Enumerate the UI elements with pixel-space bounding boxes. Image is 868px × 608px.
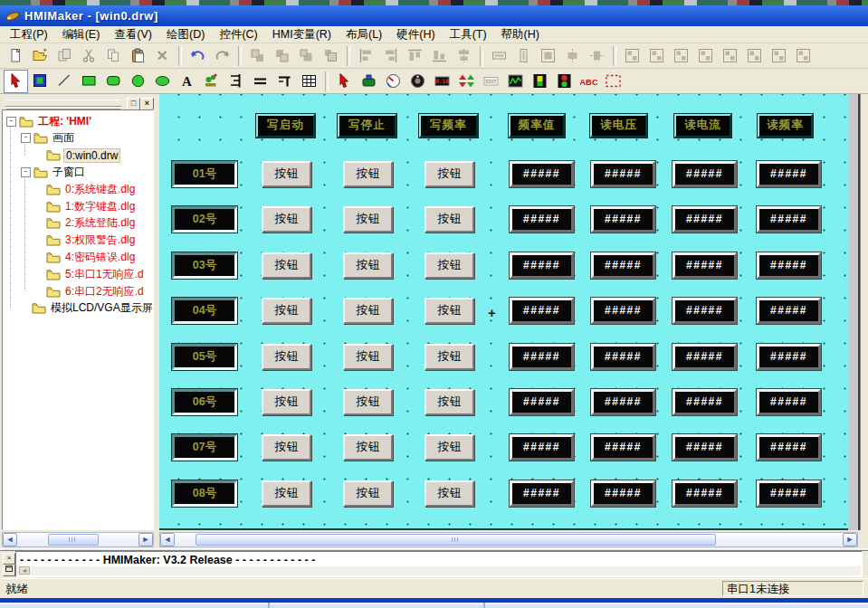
edit-box-tool-button[interactable]: EDIT: [479, 70, 503, 93]
canvas-value-display-r2-c2[interactable]: #####: [591, 206, 655, 233]
box-align-1-button[interactable]: [620, 44, 644, 68]
row-label-display-5[interactable]: 05号: [172, 344, 237, 370]
box-align-7-button[interactable]: [767, 44, 791, 68]
box-align-6-button[interactable]: [742, 44, 767, 68]
canvas-button-r7-c3[interactable]: 按钮: [424, 434, 474, 461]
output-dock-button[interactable]: [3, 565, 15, 576]
output-scrollbar[interactable]: ◄: [17, 566, 861, 575]
scroll-right-button[interactable]: ►: [138, 533, 153, 546]
double-line-tool-button[interactable]: [248, 70, 272, 93]
align-center-button[interactable]: [452, 44, 476, 68]
same-size-button[interactable]: [536, 44, 560, 68]
canvas-value-display-r3-c1[interactable]: #####: [510, 252, 574, 279]
box-align-3-button[interactable]: [669, 44, 693, 68]
canvas-value-display-r4-c2[interactable]: #####: [591, 298, 655, 324]
output-close-button[interactable]: ×: [3, 553, 15, 565]
polyline-tool-button[interactable]: [272, 70, 297, 93]
select-tool-button[interactable]: [4, 70, 28, 93]
string-display-tool-button[interactable]: ABC: [577, 70, 601, 93]
canvas-value-display-r1-c3[interactable]: #####: [672, 161, 737, 187]
row-label-display-6[interactable]: 06号: [172, 389, 237, 415]
canvas-value-display-r1-c1[interactable]: #####: [510, 161, 574, 187]
output-log[interactable]: - - - - - - - - - - - - HMIMaker: V3.2 R…: [15, 551, 863, 577]
menu-item-help[interactable]: 帮助(H): [494, 25, 547, 44]
canvas-button-r3-c2[interactable]: 按钮: [343, 252, 393, 279]
rectangle-tool-button[interactable]: [77, 70, 101, 93]
collapse-expander-icon[interactable]: -: [6, 117, 16, 127]
tree-horizontal-scrollbar[interactable]: ◄ ►: [2, 532, 154, 547]
bring-to-front-button[interactable]: [245, 44, 270, 68]
canvas-button-r3-c3[interactable]: 按钮: [424, 252, 474, 279]
scroll-left-button[interactable]: ◄: [160, 533, 175, 546]
canvas-value-display-r8-c2[interactable]: #####: [591, 480, 655, 507]
design-canvas[interactable]: 写启动写停止写频率频率值读电压读电流读频率01号按钮按钮按钮##########…: [159, 94, 848, 530]
send-backward-button[interactable]: [319, 44, 343, 68]
paste-button[interactable]: [126, 44, 150, 68]
canvas-value-display-r3-c4[interactable]: #####: [757, 252, 821, 279]
same-width-button[interactable]: [487, 44, 511, 68]
canvas-button-r2-c2[interactable]: 按钮: [343, 206, 393, 233]
table-tool-button[interactable]: [297, 70, 321, 93]
canvas-value-display-r4-c1[interactable]: #####: [510, 298, 574, 324]
copy-button[interactable]: [101, 44, 126, 68]
tree-item-dlg2[interactable]: 2:系统登陆.dlg: [35, 215, 137, 232]
canvas-value-display-r6-c4[interactable]: #####: [757, 389, 821, 415]
canvas-value-display-r6-c3[interactable]: #####: [672, 389, 737, 415]
digital-display-tool-button[interactable]: 0.10: [430, 70, 454, 93]
menu-item-edit[interactable]: 编辑(E): [55, 25, 108, 44]
canvas-button-r5-c1[interactable]: 按钮: [262, 344, 311, 370]
tree-item-project-root[interactable]: -工程: 'HMI': [6, 113, 93, 129]
canvas-value-display-r7-c1[interactable]: #####: [510, 434, 574, 461]
text-tool-button[interactable]: A: [175, 70, 199, 93]
canvas-value-display-r7-c2[interactable]: #####: [591, 434, 655, 461]
canvas-value-display-r7-c3[interactable]: #####: [672, 434, 737, 461]
tree-item-dlg6[interactable]: 6:串口2无响应.d: [35, 283, 146, 299]
column-header-display-2[interactable]: 写停止: [338, 114, 396, 138]
align-left-button[interactable]: [354, 44, 378, 68]
open-file-button[interactable]: [28, 44, 52, 68]
canvas-button-r7-c1[interactable]: 按钮: [262, 434, 311, 461]
canvas-button-r2-c1[interactable]: 按钮: [262, 206, 311, 233]
redo-button[interactable]: [210, 44, 234, 68]
canvas-value-display-r2-c1[interactable]: #####: [510, 206, 574, 233]
bring-forward-button[interactable]: [294, 44, 319, 68]
tree-item-dlg1[interactable]: 1:数字键盘.dlg: [35, 198, 137, 214]
line-tool-button[interactable]: [52, 70, 77, 93]
canvas-value-display-r6-c1[interactable]: #####: [510, 389, 574, 415]
cut-button[interactable]: [77, 44, 101, 68]
canvas-value-display-r4-c3[interactable]: #####: [672, 298, 737, 324]
canvas-button-r7-c2[interactable]: 按钮: [343, 434, 393, 461]
meter-control-tool-button[interactable]: [381, 70, 405, 93]
canvas-value-display-r5-c1[interactable]: #####: [510, 344, 574, 370]
menu-item-project[interactable]: 工程(P): [3, 25, 55, 44]
menu-item-draw[interactable]: 绘图(D): [159, 25, 212, 44]
canvas-button-r8-c2[interactable]: 按钮: [343, 480, 393, 507]
control-select-tool-button[interactable]: [332, 70, 357, 93]
circle-tool-button[interactable]: [126, 70, 150, 93]
canvas-value-display-r4-c4[interactable]: #####: [757, 298, 821, 324]
canvas-value-display-r6-c2[interactable]: #####: [591, 389, 655, 415]
button-control-tool-button[interactable]: [357, 70, 381, 93]
box-align-8-button[interactable]: [791, 44, 816, 68]
canvas-value-display-r2-c4[interactable]: #####: [757, 206, 821, 233]
fill-tool-button[interactable]: [28, 70, 52, 93]
center-vertical-button[interactable]: [585, 44, 609, 68]
canvas-button-r5-c2[interactable]: 按钮: [343, 344, 393, 370]
knob-control-tool-button[interactable]: [405, 70, 430, 93]
column-header-display-3[interactable]: 写频率: [419, 114, 478, 138]
rounded-rectangle-tool-button[interactable]: [101, 70, 126, 93]
tree-item-dlg0[interactable]: 0:系统键盘.dlg: [35, 181, 137, 197]
tree-item-subwindows[interactable]: -子窗口: [21, 164, 87, 180]
same-height-button[interactable]: [511, 44, 536, 68]
canvas-button-r4-c2[interactable]: 按钮: [343, 298, 393, 324]
canvas-button-r6-c1[interactable]: 按钮: [262, 389, 311, 415]
column-header-display-1[interactable]: 写启动: [256, 114, 315, 138]
select-region-tool-button[interactable]: [601, 70, 625, 93]
canvas-button-r5-c3[interactable]: 按钮: [424, 344, 474, 370]
canvas-horizontal-scrollbar[interactable]: ◄ ►: [159, 532, 858, 547]
canvas-value-display-r3-c2[interactable]: #####: [591, 252, 655, 279]
canvas-value-display-r7-c4[interactable]: #####: [757, 434, 821, 461]
column-header-display-5[interactable]: 读电压: [590, 114, 647, 138]
lamp-control-tool-button[interactable]: [552, 70, 577, 93]
canvas-button-r6-c2[interactable]: 按钮: [343, 389, 393, 415]
